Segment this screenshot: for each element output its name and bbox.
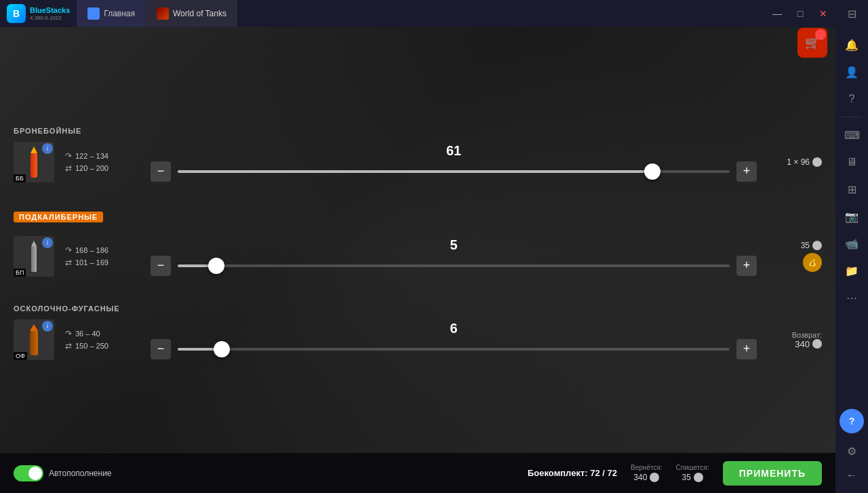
of-refund-label: Возврат: <box>768 331 822 339</box>
bb-price: 1 × 96 <box>768 157 822 167</box>
total-max: 72 <box>608 468 617 478</box>
bp-label-badge: БП <box>14 269 26 277</box>
bp-slider-thumb[interactable] <box>208 258 224 274</box>
sidebar-bell-icon[interactable]: 🔔 <box>840 33 864 57</box>
bp-pen-stat: ↷ 168 – 186 <box>65 245 140 255</box>
right-sidebar: 🔔 👤 ? ⌨ 🖥 ⊞ 📷 📹 📁 ⋯ ? ⚙ ← <box>835 27 868 493</box>
bb-increase-button[interactable]: + <box>736 161 757 182</box>
bottom-bar: Автопополнение Боекомплект: 72 / 72 Верн… <box>0 452 835 493</box>
of-dmg-range: 150 – 250 <box>75 342 108 350</box>
of-increase-button[interactable]: + <box>736 339 757 359</box>
bb-slider-thumb[interactable] <box>644 163 660 180</box>
of-count: 6 <box>450 321 457 336</box>
titlebar: B BlueStacks 4.280.0.1022 Главная World … <box>0 0 868 27</box>
of-refund: Возврат: 340 <box>768 331 822 349</box>
bb-slider-controls: − + <box>151 161 757 182</box>
bp-thumbnail: БП i <box>14 236 54 277</box>
deduct-label: Спишется: <box>676 464 709 471</box>
tab-home-label: Главная <box>104 9 135 18</box>
bb-decrease-button[interactable]: − <box>151 161 171 182</box>
close-button[interactable]: ✕ <box>812 3 834 24</box>
bluestacks-icon: B <box>7 4 26 23</box>
sidebar-keyboard-icon[interactable]: ⌨ <box>840 123 864 147</box>
bp-decrease-button[interactable]: − <box>151 256 171 276</box>
of-slider-section: 6 − + <box>151 321 757 359</box>
bb-slider-section: 61 − + <box>151 143 757 182</box>
bp-premium-icon: 💰 <box>803 253 822 272</box>
tab-game-label: World of Tanks <box>173 9 226 18</box>
sidebar-help-button[interactable]: ? <box>840 409 864 433</box>
sidebar-settings-icon[interactable]: ⚙ <box>840 439 864 463</box>
sidebar-layers-icon[interactable]: ⊞ <box>840 177 864 201</box>
bb-slider-track[interactable] <box>178 170 730 173</box>
bp-price-row: 35 <box>768 241 822 250</box>
auto-label: Автопополнение <box>49 469 112 478</box>
ammo-row-bp: ПОДКАЛИБЕРНЫЕ БП i ↷ 168 – 186 <box>0 199 835 288</box>
sidebar-folder-icon[interactable]: 📁 <box>840 258 864 283</box>
minimize-button[interactable]: — <box>766 3 788 24</box>
return-amount: 340 <box>633 473 647 482</box>
app-name: BlueStacks <box>30 6 70 14</box>
bp-pen-range: 168 – 186 <box>75 246 108 254</box>
sidebar-video-icon[interactable]: 📹 <box>840 231 864 256</box>
sidebar-divider-1 <box>842 117 862 117</box>
game-tab-icon <box>157 7 169 20</box>
bb-dmg-stat: ⇄ 120 – 200 <box>65 163 140 173</box>
bp-count: 5 <box>450 237 457 253</box>
maximize-button[interactable]: □ <box>789 3 811 24</box>
bp-dmg-range: 101 – 169 <box>75 258 108 267</box>
bp-stats: ↷ 168 – 186 ⇄ 101 – 169 <box>65 245 140 267</box>
bp-price: 35 💰 <box>768 241 822 272</box>
of-info-icon[interactable]: i <box>42 321 53 332</box>
sidebar-question-icon[interactable]: ? <box>840 87 864 111</box>
sidebar-screenshot-icon[interactable]: 📷 <box>840 204 864 229</box>
bottom-costs: Вернётся: 340 Спишется: 35 <box>631 464 709 482</box>
bp-slider-controls: − + <box>151 256 757 276</box>
bb-pen-range: 122 – 134 <box>75 152 108 160</box>
ammo-row-bb: БРОНЕБОЙНЫЕ ББ i ↷ 1 <box>0 116 835 193</box>
of-thumbnail: ОФ i <box>14 319 54 360</box>
sidebar-user-icon[interactable]: 👤 <box>840 60 864 84</box>
expand-button[interactable]: ⊟ <box>841 3 863 24</box>
bluestacks-text: BlueStacks 4.280.0.1022 <box>30 6 70 20</box>
app-version: 4.280.0.1022 <box>30 15 70 21</box>
bb-price-label: 1 × 96 <box>787 157 810 167</box>
of-refund-coin-icon <box>812 339 822 349</box>
of-type-label: ОСКОЛОЧНО-ФУГАСНЫЕ <box>14 304 822 313</box>
bb-price-row: 1 × 96 <box>768 157 822 167</box>
ammo-total: Боекомплект: 72 / 72 <box>528 468 617 478</box>
shop-button[interactable]: 🛒 <box>797 28 827 58</box>
sidebar-back-icon[interactable]: ← <box>840 463 864 488</box>
bp-row-content: БП i ↷ 168 – 186 ⇄ 101 – 169 5 <box>14 236 822 277</box>
bb-row-content: ББ i ↷ 122 – 134 ⇄ 120 – 200 61 <box>14 142 822 182</box>
bp-slider-track[interactable] <box>178 264 730 267</box>
return-label: Вернётся: <box>631 464 663 471</box>
bp-dmg-stat: ⇄ 101 – 169 <box>65 258 140 267</box>
bb-pen-stat: ↷ 122 – 134 <box>65 151 140 161</box>
tab-home[interactable]: Главная <box>77 0 146 27</box>
bb-info-icon[interactable]: i <box>42 143 53 154</box>
bp-coin-icon <box>812 241 822 250</box>
apply-button[interactable]: ПРИМЕНИТЬ <box>723 461 822 486</box>
toggle-knob <box>28 467 42 480</box>
total-label: Боекомплект: <box>528 468 588 478</box>
sidebar-dots-icon[interactable]: ⋯ <box>840 285 864 310</box>
of-decrease-button[interactable]: − <box>151 339 171 359</box>
titlebar-left: B BlueStacks 4.280.0.1022 Главная World … <box>0 0 237 27</box>
auto-toggle: Автопополнение <box>14 465 112 481</box>
sidebar-monitor-icon[interactable]: 🖥 <box>840 150 864 174</box>
of-slider-thumb[interactable] <box>214 341 230 357</box>
of-slider-track[interactable] <box>178 348 730 351</box>
of-row-content: ОФ i ↷ 36 – 40 ⇄ 150 – 250 6 <box>14 319 822 360</box>
of-stats: ↷ 36 – 40 ⇄ 150 – 250 <box>65 329 140 351</box>
of-dmg-stat: ⇄ 150 – 250 <box>65 341 140 351</box>
bb-stats: ↷ 122 – 134 ⇄ 120 – 200 <box>65 151 140 173</box>
auto-toggle-switch[interactable] <box>14 465 43 481</box>
bp-slider-section: 5 − + <box>151 237 757 276</box>
deduct-amount: 35 <box>682 473 691 482</box>
bb-count: 61 <box>446 143 461 159</box>
bp-info-icon[interactable]: i <box>42 237 53 248</box>
tab-game[interactable]: World of Tanks <box>146 0 237 27</box>
ammo-row-of: ОСКОЛОЧНО-ФУГАСНЫЕ ОФ i ↷ 36 – 40 <box>0 294 835 371</box>
bp-increase-button[interactable]: + <box>736 256 757 276</box>
